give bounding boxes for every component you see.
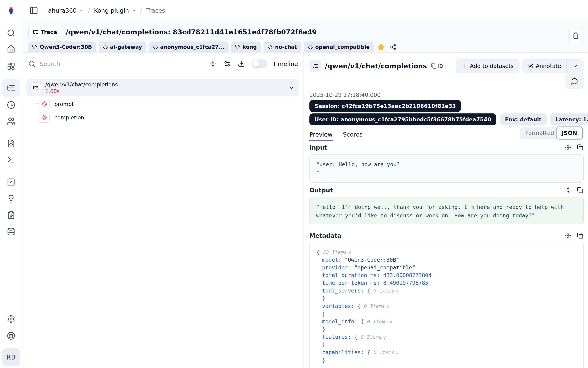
trace-tag[interactable]: no-chat bbox=[264, 42, 301, 53]
sidebar-item-support[interactable] bbox=[6, 331, 16, 340]
breadcrumb-section[interactable]: Kong plugin bbox=[94, 7, 136, 14]
list-tree-icon bbox=[33, 85, 38, 91]
sidebar-item-sessions[interactable] bbox=[6, 100, 16, 110]
chevron-down-icon bbox=[572, 63, 578, 69]
comments-button[interactable] bbox=[565, 74, 584, 89]
annotate-menu-button[interactable] bbox=[567, 59, 584, 73]
copy-metadata-button[interactable] bbox=[577, 232, 584, 239]
sidebar-item-users[interactable] bbox=[6, 116, 16, 126]
view-format-toggle: Formatted JSON bbox=[520, 127, 583, 139]
app-logo[interactable] bbox=[6, 6, 16, 16]
tree-node-label: completion bbox=[54, 114, 84, 120]
tag-icon bbox=[267, 45, 273, 50]
sidebar-item-search[interactable] bbox=[6, 28, 16, 38]
plus-icon bbox=[461, 63, 467, 69]
copy-output-button[interactable] bbox=[577, 187, 584, 194]
tag-icon bbox=[153, 45, 158, 50]
sidebar-item-evaluators[interactable] bbox=[6, 194, 16, 203]
sidebar-item-settings[interactable] bbox=[6, 314, 16, 324]
generation-iconbox bbox=[39, 99, 50, 109]
output-content: "Hello! I'm doing well, thank you for as… bbox=[309, 197, 584, 224]
breadcrumb-page[interactable]: Traces bbox=[146, 7, 165, 14]
sidebar-item-home[interactable] bbox=[6, 44, 16, 54]
sidebar-item-scores[interactable] bbox=[6, 177, 16, 187]
tree-node-title: /qwen/v1/chat/completions bbox=[45, 82, 118, 88]
annotate-button[interactable]: Annotate bbox=[522, 59, 566, 73]
breadcrumb: ahura360 / Kong plugin / Traces bbox=[48, 7, 165, 14]
trace-type-badge: Trace bbox=[28, 26, 61, 38]
fan-icon bbox=[42, 115, 47, 120]
breadcrumb-section-label: Kong plugin bbox=[94, 7, 129, 14]
copy-icon bbox=[577, 232, 583, 239]
formatted-toggle-option[interactable]: Formatted bbox=[520, 127, 562, 139]
json-toggle-option[interactable]: JSON bbox=[556, 127, 583, 139]
timeline-label: Timeline bbox=[273, 60, 298, 67]
delete-trace-button[interactable] bbox=[568, 28, 583, 43]
sidebar-item-playground[interactable] bbox=[6, 155, 16, 165]
tab-scores[interactable]: Scores bbox=[343, 128, 363, 141]
app-sidebar: RB bbox=[0, 0, 22, 368]
chevron-down-icon bbox=[79, 8, 84, 13]
download-icon bbox=[238, 60, 245, 67]
add-to-datasets-button[interactable]: Add to datasets bbox=[456, 59, 519, 73]
collapse-all-button[interactable] bbox=[209, 59, 217, 68]
tab-preview[interactable]: Preview bbox=[309, 128, 332, 141]
tree-search-input[interactable] bbox=[40, 60, 203, 67]
trace-detail-panel: /qwen/v1/chat/completions ID Add to data… bbox=[304, 53, 588, 368]
trace-tag[interactable]: anonymous_c1fca27... bbox=[149, 42, 228, 53]
collapse-output-button[interactable] bbox=[565, 187, 572, 194]
trace-tag[interactable]: openai_compatible bbox=[304, 42, 374, 53]
copy-input-button[interactable] bbox=[577, 144, 584, 151]
sidebar-item-traces[interactable] bbox=[2, 79, 20, 97]
chevron-down-icon bbox=[131, 8, 136, 13]
metadata-section-title: Metadata bbox=[309, 232, 341, 239]
share-button[interactable] bbox=[389, 42, 398, 52]
breadcrumb-project-label: ahura360 bbox=[48, 7, 76, 14]
download-button[interactable] bbox=[237, 59, 246, 68]
tree-node-prompt[interactable]: prompt bbox=[39, 98, 299, 110]
home-icon bbox=[7, 45, 15, 53]
bookmark-star-button[interactable] bbox=[376, 42, 386, 52]
copy-id-button[interactable]: ID bbox=[431, 63, 443, 69]
breadcrumb-project[interactable]: ahura360 bbox=[48, 7, 84, 14]
session-badge[interactable]: Session: c42fca19b75e13aac2b2106610f81e3… bbox=[309, 100, 461, 112]
tree-node-completion[interactable]: completion bbox=[39, 111, 299, 123]
logo-icon bbox=[6, 6, 16, 16]
share-icon bbox=[390, 44, 397, 51]
file-code-icon bbox=[7, 139, 15, 148]
list-tree-icon bbox=[7, 83, 15, 92]
tree-settings-button[interactable] bbox=[223, 59, 231, 68]
tag-icon bbox=[308, 45, 313, 50]
square-pen-icon bbox=[527, 63, 533, 69]
user-avatar[interactable]: RB bbox=[2, 348, 20, 366]
lightbulb-icon bbox=[7, 194, 15, 203]
gear-icon bbox=[7, 315, 15, 323]
tree-node-root[interactable]: /qwen/v1/chat/completions 1.00s bbox=[26, 79, 299, 96]
search-icon bbox=[28, 60, 35, 67]
sidebar-item-prompts[interactable] bbox=[6, 139, 16, 148]
fold-vertical-icon bbox=[209, 60, 217, 67]
trash-icon bbox=[572, 32, 579, 39]
user-id-badge[interactable]: User ID: anonymous_c1fca2795bbedc5f36678… bbox=[309, 113, 496, 125]
input-section-title: Input bbox=[309, 144, 327, 151]
annotate-split-button: Annotate bbox=[522, 59, 584, 73]
sidebar-item-dashboards[interactable] bbox=[6, 62, 16, 71]
clipboard-pen-icon bbox=[7, 211, 15, 219]
collapse-node-button[interactable] bbox=[288, 85, 295, 91]
trace-header: Trace /qwen/v1/chat/completions: 83cd782… bbox=[22, 21, 588, 53]
sidebar-item-annotation[interactable] bbox=[6, 210, 16, 220]
collapse-input-button[interactable] bbox=[565, 144, 572, 151]
metadata-json-viewer[interactable]: { 33 Items ∨model: "Qwen3-Coder:30B"prov… bbox=[309, 242, 584, 368]
collapse-metadata-button[interactable] bbox=[565, 232, 572, 239]
timeline-toggle[interactable] bbox=[252, 59, 267, 68]
sidebar-item-datasets[interactable] bbox=[6, 227, 16, 236]
trace-tag[interactable]: Qwen3-Coder:30B bbox=[28, 42, 96, 53]
tree-node-duration: 1.00s bbox=[45, 88, 118, 94]
trace-tag[interactable]: kong bbox=[231, 42, 261, 53]
panel-left-icon bbox=[29, 6, 38, 15]
percent-square-icon bbox=[7, 178, 15, 186]
sidebar-toggle-button[interactable] bbox=[29, 6, 38, 15]
search-icon bbox=[7, 29, 15, 37]
dashboard-icon bbox=[7, 62, 15, 70]
trace-tag[interactable]: ai-gateway bbox=[99, 42, 146, 53]
